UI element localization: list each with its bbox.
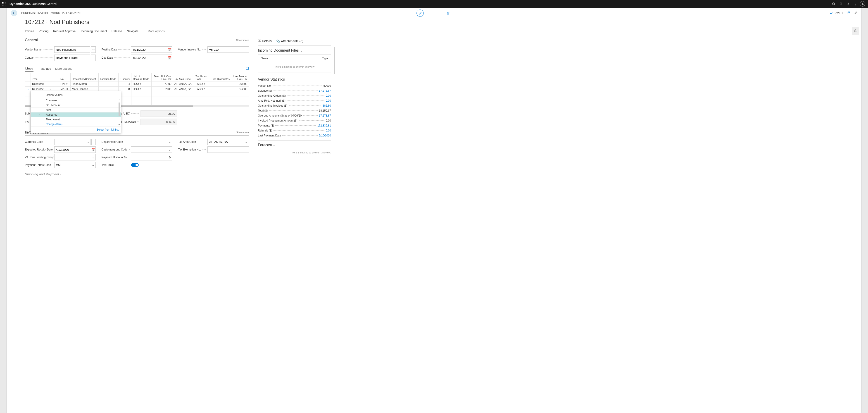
search-icon[interactable]: [830, 0, 837, 7]
help-icon[interactable]: [852, 0, 859, 7]
svg-rect-8: [5, 5, 5, 5]
svg-rect-6: [2, 5, 3, 5]
svg-rect-3: [2, 4, 3, 4]
svg-rect-0: [2, 2, 3, 3]
svg-rect-7: [4, 5, 4, 5]
svg-point-9: [832, 2, 834, 4]
brand-label: Dynamics 365 Business Central: [9, 2, 58, 6]
global-topbar: Dynamics 365 Business Central IK: [0, 0, 868, 8]
svg-point-12: [848, 3, 848, 4]
svg-rect-5: [5, 4, 5, 4]
svg-rect-1: [4, 2, 4, 3]
svg-line-10: [834, 4, 835, 5]
user-avatar[interactable]: IK: [860, 1, 865, 6]
settings-icon[interactable]: [844, 0, 852, 7]
app-launcher-icon[interactable]: [2, 2, 6, 6]
svg-rect-4: [4, 4, 4, 4]
svg-rect-2: [5, 2, 5, 3]
notifications-icon[interactable]: [837, 0, 844, 7]
